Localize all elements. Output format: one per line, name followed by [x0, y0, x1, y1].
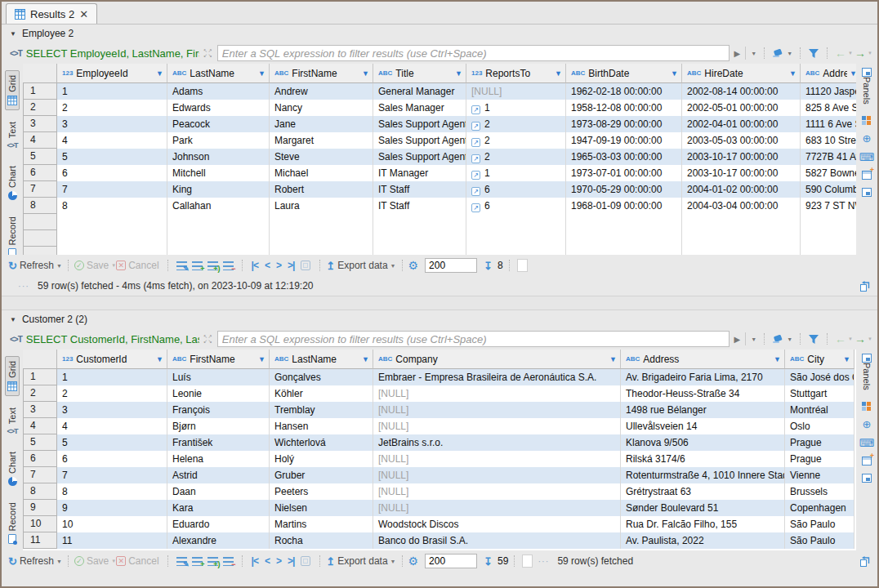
grid-cell[interactable]: Av. Brigadeiro Faria Lima, 2170: [621, 369, 785, 385]
panel-header-employee[interactable]: ▼ Employee 2: [2, 24, 877, 42]
grid-cell[interactable]: 2002-04-01 00:00:00: [682, 116, 801, 132]
grid-cell[interactable]: Klanova 9/506: [621, 434, 785, 451]
grid-cell[interactable]: Astrid: [167, 467, 270, 483]
grid-cell[interactable]: Park: [167, 132, 270, 149]
side-tab-record[interactable]: Record: [5, 212, 20, 255]
grid-cell[interactable]: Laura: [270, 198, 373, 214]
grid-cell[interactable]: Woodstock Discos: [373, 516, 621, 532]
grid-cell[interactable]: František: [167, 434, 270, 451]
grid-cell[interactable]: Martins: [270, 516, 373, 532]
column-header-company[interactable]: ABCCompany▼: [373, 350, 621, 369]
grid-cell[interactable]: Prague: [785, 451, 854, 467]
grid-cell[interactable]: 2003-05-03 00:00:00: [682, 132, 801, 149]
forward-options-icon[interactable]: ▼: [868, 336, 872, 341]
grid-cell[interactable]: 1111 6 Ave SW: [801, 116, 856, 132]
grid-cell[interactable]: 2002-05-01 00:00:00: [682, 100, 801, 116]
row-number[interactable]: 10: [23, 516, 57, 532]
grid-cell[interactable]: Sales Support Agent: [373, 132, 466, 149]
column-dropdown-icon[interactable]: ▼: [850, 69, 856, 78]
column-header-lastname[interactable]: ABCLastName▼: [270, 350, 373, 369]
grid-cell[interactable]: Tremblay: [270, 402, 373, 418]
save-button[interactable]: Save: [87, 555, 109, 567]
export-options-icon[interactable]: ▼: [390, 263, 396, 269]
grid-cell[interactable]: Stuttgart: [785, 385, 854, 402]
grid-cell[interactable]: 3: [57, 116, 167, 132]
grid-cell[interactable]: [NULL]: [373, 483, 621, 500]
grid-cell[interactable]: Helena: [167, 451, 270, 467]
grid-cell[interactable]: IT Staff: [373, 198, 466, 214]
refresh-icon[interactable]: ↻: [8, 260, 17, 272]
row-number-empty[interactable]: [23, 214, 57, 230]
column-header-firstname[interactable]: ABCFirstName▼: [167, 350, 270, 369]
row-number-empty[interactable]: [23, 247, 57, 255]
fetch-size-input[interactable]: [425, 258, 477, 273]
grid-cell[interactable]: 5: [57, 149, 167, 165]
grid-cell[interactable]: 923 7 ST NW: [801, 198, 856, 214]
next-row-icon[interactable]: >: [276, 260, 281, 271]
grid-cell[interactable]: Montréal: [785, 402, 854, 418]
fetch-size-input[interactable]: [425, 554, 477, 568]
grid-cell[interactable]: Copenhagen: [785, 500, 854, 516]
grid-cell[interactable]: JetBrains s.r.o.: [373, 434, 621, 451]
side-tab-text[interactable]: Text<>T: [4, 117, 20, 154]
reference-link-icon[interactable]: ↗: [471, 187, 480, 196]
expand-filter-icon[interactable]: ↖↗↙↘: [203, 48, 213, 58]
filter-input[interactable]: [217, 331, 730, 347]
calc-panel-icon[interactable]: ⊕: [863, 419, 872, 430]
grid-cell[interactable]: Eduardo: [167, 516, 270, 532]
grid-cell[interactable]: Rua Dr. Falcão Filho, 155: [621, 516, 785, 532]
grid-cell[interactable]: Sønder Boulevard 51: [621, 500, 785, 516]
delete-row-icon[interactable]: −: [223, 261, 234, 270]
cancel-button[interactable]: Cancel: [128, 555, 158, 567]
column-header-city[interactable]: ABCCity▼: [785, 350, 854, 369]
metadata-panel-icon[interactable]: [862, 188, 872, 197]
grid-cell[interactable]: 1947-09-19 00:00:00: [566, 132, 682, 149]
grid-cell[interactable]: Callahan: [167, 198, 270, 214]
filter-history-icon[interactable]: ▼: [751, 51, 756, 56]
grid-cell[interactable]: 7: [57, 181, 167, 198]
grid-cell[interactable]: Banco do Brasil S.A.: [373, 532, 621, 549]
row-number[interactable]: 4: [23, 418, 57, 434]
grid-cell[interactable]: 1965-03-03 00:00:00: [566, 149, 682, 165]
grid-cell[interactable]: Prague: [785, 434, 854, 451]
column-header-address[interactable]: ABCAddress▼: [801, 64, 856, 83]
grid-cell[interactable]: Margaret: [270, 132, 373, 149]
filter-history-icon[interactable]: ▼: [751, 336, 756, 342]
first-row-icon[interactable]: |<: [252, 260, 258, 271]
filter-back-icon[interactable]: ←: [835, 332, 846, 345]
grid-cell[interactable]: Ullevålsveien 14: [621, 418, 785, 434]
grid-cell[interactable]: 2003-10-17 00:00:00: [682, 165, 801, 181]
column-header-title[interactable]: ABCTitle▼: [373, 64, 466, 83]
grid-cell[interactable]: 11: [57, 532, 167, 549]
grid-cell[interactable]: Peacock: [167, 116, 270, 132]
column-dropdown-icon[interactable]: ▼: [258, 69, 265, 78]
row-number[interactable]: 7: [23, 181, 57, 198]
grid-cell[interactable]: 1973-07-01 00:00:00: [566, 165, 682, 181]
column-header-reportsto[interactable]: 123ReportsTo▼: [466, 64, 566, 83]
column-dropdown-icon[interactable]: ▼: [156, 69, 163, 78]
grid-cell[interactable]: 2: [57, 385, 167, 402]
grid-cell[interactable]: Michael: [270, 165, 373, 181]
reference-link-icon[interactable]: ↗: [471, 138, 480, 147]
calc-cell[interactable]: [517, 259, 528, 272]
grid-cell[interactable]: Leonie: [167, 385, 270, 402]
side-tab-record[interactable]: Record: [5, 497, 20, 549]
grid-cell[interactable]: São Paulo: [785, 516, 854, 532]
row-number[interactable]: 8: [23, 483, 57, 500]
side-tab-text[interactable]: Text<>T: [4, 403, 20, 440]
last-row-icon[interactable]: >|: [288, 260, 294, 271]
row-number[interactable]: 1: [23, 369, 57, 385]
export-data-button[interactable]: Export data: [337, 260, 387, 271]
grid-cell[interactable]: Rotenturmstraße 4, 1010 Innere Stadt: [621, 467, 785, 483]
column-dropdown-icon[interactable]: ▼: [774, 355, 781, 363]
grid-cell[interactable]: 1973-08-29 00:00:00: [566, 116, 682, 132]
grid-cell[interactable]: 11120 Jasper Ave NW: [801, 83, 856, 100]
grid-cell[interactable]: [NULL]: [373, 385, 621, 402]
grid-cell[interactable]: Bjørn: [167, 418, 270, 434]
forward-options-icon[interactable]: ▼: [868, 51, 872, 56]
grid-cell[interactable]: Daan: [167, 483, 270, 500]
filter-funnel-icon[interactable]: [808, 48, 819, 59]
row-number[interactable]: 6: [23, 165, 57, 181]
status-more-icon[interactable]: ···: [18, 281, 29, 291]
grid-cell[interactable]: 8: [57, 198, 167, 214]
